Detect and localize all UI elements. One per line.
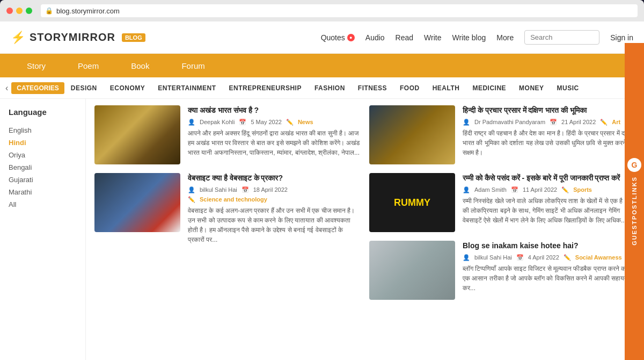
tag-icon: ✏️: [188, 196, 195, 203]
browser-chrome: 🔒 blog.storymirror.com: [0, 0, 644, 21]
article-title[interactable]: Blog se inakam kaise hotee hai?: [463, 241, 635, 251]
address-bar[interactable]: 🔒 blog.storymirror.com: [41, 4, 638, 17]
cat-entertainment[interactable]: ENTERTAINMENT: [151, 84, 222, 92]
cal-icon: 📅: [241, 186, 249, 193]
cat-health[interactable]: HEALTH: [426, 84, 466, 92]
col-left: क्या अखंड भारत संभव है ? 👤 Deepak Kohli …: [94, 105, 361, 300]
article-excerpt: हिंदी राष्ट्र की पहचान है और देश का मान …: [463, 128, 635, 157]
cat-music[interactable]: MUSIC: [551, 84, 586, 92]
nav-more[interactable]: More: [496, 33, 514, 42]
cal-icon: 📅: [550, 119, 557, 126]
author-icon: 👤: [463, 186, 470, 193]
nav-links: Quotes ● Audio Read Write Write blog Mor…: [321, 30, 633, 45]
categories-button[interactable]: CATEGORIES: [11, 82, 64, 94]
article-date: 21 April 2022: [561, 119, 596, 125]
main-content: Language English Hindi Oriya Bengali Guj…: [0, 99, 644, 360]
sidebar: Language English Hindi Oriya Bengali Guj…: [0, 99, 86, 360]
article-meta: 👤 Deepak Kohli 📅 5 May 2022 ✏️ News: [188, 119, 361, 126]
cat-items-list: DESIGN ECONOMY ENTERTAINMENT ENTREPRENEU…: [64, 84, 634, 92]
article-excerpt: ब्लॉग टिप्पणियाँ आपके साइट विजिटर से मूल…: [463, 264, 635, 293]
lang-english[interactable]: English: [9, 124, 77, 136]
article-thumb-coffee: [94, 105, 180, 164]
tag-icon: ✏️: [600, 119, 608, 126]
article-title[interactable]: वेबसाइट क्या है वेबसाइट के प्रकार?: [188, 173, 361, 184]
nav-quotes[interactable]: Quotes ●: [321, 33, 355, 42]
guestpost-icon: G: [627, 158, 641, 172]
nav-story[interactable]: Story: [11, 54, 62, 77]
maximize-button[interactable]: [26, 8, 32, 14]
tag-icon: ✏️: [286, 119, 294, 126]
minimize-button[interactable]: [16, 8, 23, 14]
nav-write[interactable]: Write: [424, 33, 441, 42]
nav-write-blog[interactable]: Write blog: [452, 33, 486, 42]
logo-text: STORYMIRROR: [30, 31, 115, 44]
cat-entrepreneurship[interactable]: ENTREPRENEURSHIP: [223, 84, 308, 92]
article-excerpt: आपने और हमने अक्सर हिंदू संगठनों द्वारा …: [188, 128, 361, 157]
article-content: रम्मी को कैसे पसंद करें - इसके बारे में …: [463, 173, 635, 225]
sidebar-title: Language: [9, 107, 77, 117]
article-date: 4 April 2022: [528, 254, 559, 261]
lang-all[interactable]: All: [9, 198, 77, 211]
nav-poem[interactable]: Poem: [62, 54, 115, 77]
article-excerpt: वेबसाइट के कई अलग-अलग प्रकार हैं और उन स…: [188, 206, 361, 244]
author-icon: 👤: [188, 119, 195, 126]
banner-text: GUESTPOSTLINKS: [631, 176, 638, 246]
article-thumb-books: [369, 105, 455, 164]
author-name: bilkul Sahi Hai: [474, 254, 512, 261]
yellow-nav: Story Poem Book Forum: [0, 54, 644, 77]
cat-medicine[interactable]: MEDICINE: [466, 84, 513, 92]
cat-fitness[interactable]: FITNESS: [352, 84, 393, 92]
article-meta: 👤 Dr Padmavathi Pandyaram 📅 21 April 202…: [463, 119, 635, 126]
article-date: 5 May 2022: [251, 119, 281, 125]
lang-oriya[interactable]: Oriya: [9, 149, 77, 161]
lang-marathi[interactable]: Marathi: [9, 186, 77, 198]
author-name: Deepak Kohli: [200, 119, 235, 125]
article-content: हिन्दी के प्रचार प्रसार में दक्षिण भारत …: [463, 105, 635, 157]
nav-book[interactable]: Book: [115, 54, 165, 77]
lang-hindi[interactable]: Hindi: [9, 136, 77, 149]
article-title[interactable]: क्या अखंड भारत संभव है ?: [188, 105, 361, 116]
cat-food[interactable]: FOOD: [393, 84, 426, 92]
quotes-badge: ●: [347, 34, 355, 41]
nav-forum[interactable]: Forum: [165, 54, 221, 77]
article-meta: 👤 bilkul Sahi Hai 📅 4 April 2022 ✏️ Soci…: [463, 254, 635, 261]
search-input[interactable]: [524, 30, 599, 45]
article-tag[interactable]: Social Awarness: [575, 254, 622, 261]
nav-read[interactable]: Read: [396, 33, 413, 42]
sign-in-button[interactable]: Sign in: [610, 33, 633, 42]
close-button[interactable]: [6, 8, 13, 14]
site-header: ⚡ STORYMIRROR BLOG Quotes ● Audio Read W…: [0, 21, 644, 54]
article-tag[interactable]: Science and technology: [200, 196, 267, 203]
lock-icon: 🔒: [45, 7, 53, 15]
lang-bengali[interactable]: Bengali: [9, 161, 77, 174]
article-thumb-rummy: RUMMY: [369, 173, 455, 232]
cat-money[interactable]: MONEY: [513, 84, 551, 92]
article-card: क्या अखंड भारत संभव है ? 👤 Deepak Kohli …: [94, 105, 361, 164]
article-tag[interactable]: News: [298, 119, 313, 125]
article-title[interactable]: रम्मी को कैसे पसंद करें - इसके बारे में …: [463, 173, 635, 184]
cat-economy[interactable]: ECONOMY: [104, 84, 152, 92]
categories-prev-arrow[interactable]: ‹: [5, 83, 8, 93]
article-card: RUMMY रम्मी को कैसे पसंद करें - इसके बार…: [369, 173, 635, 232]
right-side-banner[interactable]: G GUESTPOSTLINKS: [625, 43, 644, 360]
logo-icon: ⚡: [11, 31, 25, 45]
cat-design[interactable]: DESIGN: [64, 84, 104, 92]
article-meta: 👤 Adam Smith 📅 11 April 2022 ✏️ Sports: [463, 186, 635, 193]
articles-area: क्या अखंड भारत संभव है ? 👤 Deepak Kohli …: [86, 99, 644, 360]
blog-badge: BLOG: [122, 33, 145, 42]
url-text: blog.storymirror.com: [56, 7, 120, 15]
articles-two-col: क्या अखंड भारत संभव है ? 👤 Deepak Kohli …: [94, 105, 635, 300]
article-tag[interactable]: Art: [612, 119, 620, 125]
author-name: Adam Smith: [474, 186, 507, 193]
site-wrapper: ⚡ STORYMIRROR BLOG Quotes ● Audio Read W…: [0, 21, 644, 360]
article-card: हिन्दी के प्रचार प्रसार में दक्षिण भारत …: [369, 105, 635, 164]
nav-audio[interactable]: Audio: [365, 33, 385, 42]
cal-icon: 📅: [516, 254, 524, 261]
article-tag[interactable]: Sports: [573, 186, 592, 193]
article-excerpt: रम्मी निस्संदेह खेले जाने वाले अधिक लोकप…: [463, 196, 635, 225]
lang-gujarati[interactable]: Gujarati: [9, 174, 77, 186]
cal-icon: 📅: [239, 119, 246, 126]
cat-fashion[interactable]: FASHION: [308, 84, 352, 92]
article-title[interactable]: हिन्दी के प्रचार प्रसार में दक्षिण भारत …: [463, 105, 635, 116]
cal-icon: 📅: [511, 186, 518, 193]
